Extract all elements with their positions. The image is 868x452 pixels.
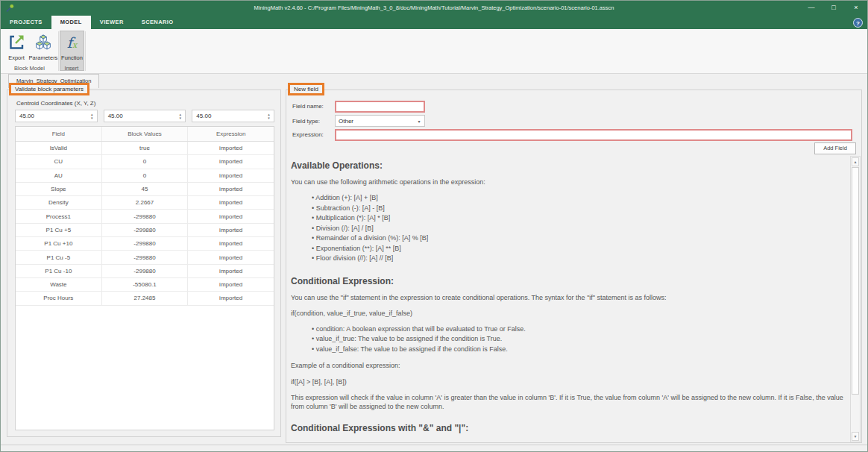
help-content: Available Operations:You can use the fol… bbox=[291, 159, 847, 439]
table-row[interactable]: Waste-55080.1imported bbox=[16, 278, 274, 292]
spinner-arrows-icon[interactable]: ▴▾ bbox=[264, 113, 274, 120]
validate-block-parameters-title: Validate block parameters bbox=[9, 83, 89, 95]
scroll-down-icon[interactable]: ▼ bbox=[852, 432, 859, 441]
table-cell: IsValid bbox=[16, 142, 102, 154]
tab-scenario[interactable]: SCENARIO bbox=[133, 16, 183, 29]
help-list-item: Floor division (//): [A] // [B] bbox=[312, 254, 847, 264]
coordinate-x-spinner[interactable]: 45.00 ▴▾ bbox=[15, 110, 98, 122]
table-cell: 27.2485 bbox=[102, 292, 189, 304]
table-row[interactable]: CU0imported bbox=[16, 155, 274, 169]
export-label: Export bbox=[8, 54, 25, 61]
field-type-label: Field type: bbox=[292, 118, 320, 125]
table-header-field[interactable]: Field bbox=[16, 127, 102, 141]
help-list-item: Division (/): [A] / [B] bbox=[312, 224, 847, 234]
help-list-item: Subtraction (-): [A] - [B] bbox=[312, 204, 847, 214]
table-cell: CU bbox=[16, 155, 102, 168]
tab-viewer[interactable]: VIEWER bbox=[91, 16, 133, 29]
help-p: if([A] > [B], [A], [B]) bbox=[291, 377, 847, 386]
table-row[interactable]: P1 Cu +5-299880imported bbox=[16, 224, 274, 237]
miningmath-logo-icon bbox=[5, 4, 14, 13]
app-window: MiningMath v2.4.60 - C:/Program Files/Mi… bbox=[0, 0, 868, 452]
table-header-block-values[interactable]: Block Values bbox=[102, 127, 189, 141]
help-list-item: Addition (+): [A] + [B] bbox=[312, 193, 847, 204]
scroll-up-icon[interactable]: ▲ bbox=[852, 157, 859, 166]
export-icon bbox=[7, 34, 25, 51]
table-cell: AU bbox=[16, 169, 102, 182]
coordinate-y-spinner[interactable]: 45.00 ▴▾ bbox=[104, 110, 186, 122]
chevron-down-icon: ▾ bbox=[414, 119, 424, 124]
help-h2: Conditional Expression: bbox=[291, 276, 847, 286]
function-label: Function bbox=[61, 54, 83, 61]
ribbon-group-separator bbox=[85, 31, 86, 71]
table-row[interactable]: P1 Cu -10-299880imported bbox=[16, 265, 274, 278]
help-p: if(condition, value_if_true, value_if_fa… bbox=[291, 309, 847, 318]
table-cell: imported bbox=[188, 142, 274, 154]
table-row[interactable]: Proc Hours27.2485imported bbox=[16, 292, 274, 305]
expression-input[interactable] bbox=[335, 129, 852, 141]
table-cell: -299880 bbox=[102, 265, 189, 277]
expression-label: Expression: bbox=[292, 131, 324, 138]
table-row[interactable]: Slope45imported bbox=[16, 183, 274, 196]
table-row[interactable]: P1 Cu -5-299880imported bbox=[16, 251, 274, 264]
block-table-body: IsValidtrueimportedCU0importedAU0importe… bbox=[16, 142, 274, 306]
close-icon[interactable]: × bbox=[845, 1, 867, 16]
help-list-item: Remainder of a division (%): [A] % [B] bbox=[312, 233, 847, 244]
table-cell: Density bbox=[16, 196, 102, 209]
add-field-button[interactable]: Add Field bbox=[814, 142, 856, 154]
help-icon[interactable]: ? bbox=[853, 18, 863, 28]
table-cell: P1 Cu -10 bbox=[16, 265, 102, 277]
table-cell: imported bbox=[188, 155, 274, 168]
table-header-expression[interactable]: Expression bbox=[188, 127, 274, 141]
table-row[interactable]: AU0imported bbox=[16, 169, 274, 183]
window-controls: — □ × bbox=[800, 1, 867, 16]
help-p: You can use the following arithmetic ope… bbox=[291, 178, 847, 186]
table-cell: imported bbox=[188, 292, 274, 304]
parameters-label: Parameters bbox=[29, 54, 58, 61]
help-p: Example of a conditional expression: bbox=[291, 361, 847, 370]
table-header-row: Field Block Values Expression bbox=[16, 127, 274, 142]
table-row[interactable]: P1 Cu +10-299880imported bbox=[16, 237, 274, 251]
table-cell: 2.2667 bbox=[102, 196, 189, 209]
function-icon: fx bbox=[63, 34, 81, 51]
table-cell: true bbox=[102, 142, 189, 154]
table-cell: imported bbox=[188, 224, 274, 236]
tab-model[interactable]: MODEL bbox=[51, 16, 91, 29]
help-list-item: value_if_false: The value to be assigned… bbox=[312, 345, 847, 355]
new-field-title: New field bbox=[288, 83, 324, 95]
table-cell: P1 Cu +5 bbox=[16, 224, 102, 236]
spinner-arrows-icon[interactable]: ▴▾ bbox=[87, 113, 97, 120]
help-list-item: condition: A boolean expression that wil… bbox=[312, 324, 847, 335]
coordinate-y-value: 45.00 bbox=[104, 113, 176, 119]
table-row[interactable]: IsValidtrueimported bbox=[16, 142, 274, 155]
minimize-icon[interactable]: — bbox=[800, 1, 823, 16]
ribbon-group-block-model: Block Model bbox=[1, 65, 58, 72]
table-cell: P1 Cu -5 bbox=[16, 251, 102, 263]
field-name-label: Field name: bbox=[292, 103, 324, 110]
help-scrollbar[interactable]: ▲ ▼ bbox=[850, 156, 861, 442]
help-list-item: value_if_true: The value to be assigned … bbox=[312, 334, 847, 345]
table-cell: Waste bbox=[16, 278, 102, 291]
table-cell: imported bbox=[188, 183, 274, 195]
help-h2: Available Operations: bbox=[291, 160, 847, 171]
table-row[interactable]: Density2.2667imported bbox=[16, 196, 274, 210]
validate-block-parameters-panel: Validate block parameters Centroid Coord… bbox=[7, 90, 281, 437]
table-cell: imported bbox=[188, 278, 274, 291]
table-cell: 45 bbox=[102, 183, 189, 195]
scrollbar-thumb[interactable] bbox=[852, 167, 859, 395]
table-cell: imported bbox=[188, 237, 274, 250]
table-row[interactable]: Process1-299880imported bbox=[16, 210, 274, 223]
field-name-input[interactable] bbox=[335, 101, 425, 113]
tab-projects[interactable]: PROJECTS bbox=[1, 16, 51, 29]
title-bar: MiningMath v2.4.60 - C:/Program Files/Mi… bbox=[1, 1, 867, 16]
coordinate-x-value: 45.00 bbox=[16, 113, 87, 119]
spinner-arrows-icon[interactable]: ▴▾ bbox=[175, 113, 185, 120]
ribbon: Export Parameters fx Function bbox=[1, 29, 867, 74]
status-bar bbox=[1, 445, 867, 451]
help-p: This expression will check if the value … bbox=[291, 393, 847, 411]
help-list-item: Exponentiation (**): [A] ** [B] bbox=[312, 244, 847, 254]
coordinate-z-spinner[interactable]: 45.00 ▴▾ bbox=[192, 110, 274, 122]
help-p: You can use the "if" statement in the ex… bbox=[291, 293, 847, 302]
maximize-icon[interactable]: □ bbox=[823, 1, 845, 16]
field-type-dropdown[interactable]: Other ▾ bbox=[335, 115, 425, 127]
block-parameters-table: Field Block Values Expression IsValidtru… bbox=[15, 126, 274, 430]
